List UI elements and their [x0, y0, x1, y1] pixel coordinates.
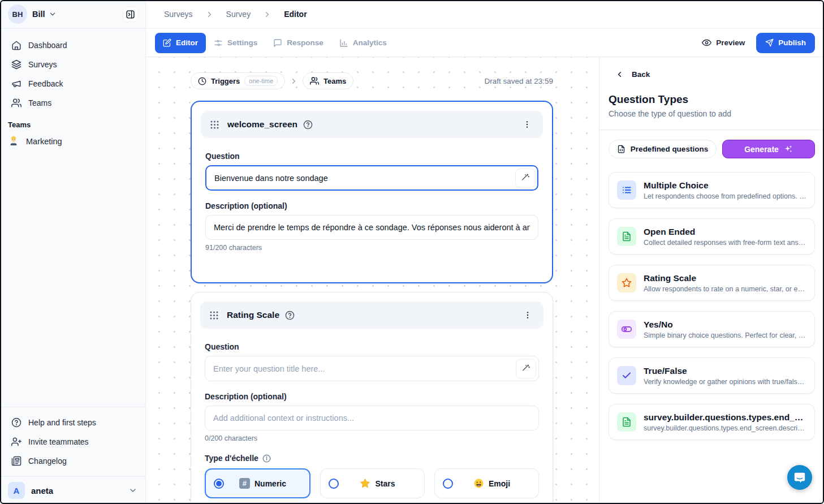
question-type-yes-no[interactable]: Yes/No Simple binary choice questions. P…: [609, 311, 815, 347]
workspace-switcher[interactable]: BH Bill: [0, 0, 145, 29]
drag-handle-icon[interactable]: [209, 311, 219, 320]
account-avatar: A: [8, 482, 25, 499]
question-type-multiple-choice[interactable]: Multiple Choice Let respondents choose f…: [609, 172, 815, 208]
radio-unselected[interactable]: [443, 479, 453, 489]
workspace-avatar: BH: [8, 5, 27, 24]
publish-button[interactable]: Publish: [756, 33, 815, 53]
sidebar-item-changelog[interactable]: Changelog: [6, 451, 140, 471]
question-label: Question: [205, 152, 538, 161]
sidebar-item-help[interactable]: Help and first steps: [6, 413, 140, 432]
editor-canvas[interactable]: Triggers one-time Teams Draft saved at 2…: [146, 57, 599, 504]
question-card-rating-scale[interactable]: Rating Scale Question Description (optio…: [191, 292, 553, 504]
question-type-open-ended[interactable]: Open Ended Collect detailed responses wi…: [609, 218, 815, 255]
kebab-menu-icon[interactable]: [520, 118, 534, 131]
star-icon: [617, 273, 636, 292]
sidebar-item-label: Teams: [28, 98, 51, 107]
chevron-right-icon: [263, 10, 271, 19]
scale-option-numeric[interactable]: # Numeric: [205, 468, 310, 498]
question-type-true-false[interactable]: True/False Verify knowledge or gather op…: [609, 357, 815, 394]
sidebar-item-label: Invite teammates: [28, 437, 89, 446]
newspaper-icon: [11, 456, 21, 466]
char-count: 91/200 characters: [205, 244, 538, 252]
question-type-end-screen[interactable]: survey.builder.questions.types.end_scr..…: [609, 404, 815, 440]
scale-type-label: Type d'échelle: [205, 454, 539, 463]
question-types-panel: Back Question Types Choose the type of q…: [599, 57, 824, 504]
preview-button[interactable]: Preview: [695, 33, 752, 53]
question-input[interactable]: [205, 165, 538, 191]
eye-icon: [702, 38, 711, 48]
technologist-emoji: [8, 136, 19, 147]
type-description: Let respondents choose from predefined o…: [644, 192, 806, 200]
magic-wand-icon: [521, 174, 530, 183]
breadcrumb-survey[interactable]: Survey: [226, 10, 251, 19]
description-input[interactable]: [205, 215, 538, 240]
teams-button[interactable]: Teams: [303, 72, 353, 89]
drag-handle-icon[interactable]: [210, 120, 219, 130]
question-type-rating-scale[interactable]: Rating Scale Allow respondents to rate o…: [609, 265, 815, 301]
chat-launcher-button[interactable]: [787, 465, 812, 490]
users-icon: [11, 98, 21, 108]
breadcrumb: Surveys Survey Editor: [146, 0, 824, 29]
pencil-square-icon: [163, 38, 171, 47]
scale-option-stars[interactable]: Stars: [320, 468, 425, 498]
predefined-questions-button[interactable]: Predefined questions: [609, 140, 717, 158]
team-item-label: Marketing: [26, 137, 62, 146]
sliders-icon: [214, 38, 223, 48]
type-title: Multiple Choice: [644, 180, 806, 191]
sidebar: BH Bill Dashboard Surveys Feedback Teams: [0, 0, 146, 504]
chevron-left-icon: [615, 70, 624, 79]
sidebar-collapse-button[interactable]: [123, 7, 138, 22]
sidebar-item-dashboard[interactable]: Dashboard: [6, 36, 140, 55]
info-circle-icon[interactable]: [262, 454, 271, 463]
sidebar-item-label: Help and first steps: [28, 418, 96, 427]
ai-rewrite-button[interactable]: [515, 168, 536, 188]
tab-response[interactable]: Response: [265, 33, 331, 53]
chevron-down-icon: [128, 486, 137, 495]
description-input[interactable]: [205, 406, 539, 430]
question-card-welcome-screen[interactable]: welcome_screen Question Description (opt…: [191, 101, 553, 283]
type-title: Open Ended: [644, 227, 806, 237]
sidebar-item-invite[interactable]: Invite teammates: [6, 432, 140, 451]
type-title: Yes/No: [644, 320, 806, 330]
bar-chart-icon: [339, 38, 348, 48]
publish-label: Publish: [778, 38, 806, 47]
scale-option-emoji[interactable]: Emoji: [434, 468, 539, 498]
star-emoji-icon: [360, 478, 370, 489]
card-title: Rating Scale: [227, 310, 279, 320]
card-header[interactable]: Rating Scale: [200, 301, 543, 329]
radio-unselected[interactable]: [329, 479, 339, 489]
generate-button[interactable]: Generate: [722, 140, 815, 158]
help-circle-icon[interactable]: [303, 120, 313, 130]
smiley-emoji-icon: [473, 478, 484, 489]
back-label: Back: [632, 70, 650, 79]
hash-keycap-icon: #: [239, 478, 250, 489]
card-header[interactable]: welcome_screen: [201, 111, 543, 138]
radio-selected[interactable]: [214, 479, 224, 489]
scale-option-label: Numeric: [254, 479, 286, 488]
tab-label: Settings: [227, 38, 257, 47]
users-icon: [310, 76, 319, 85]
kebab-menu-icon[interactable]: [521, 308, 534, 322]
panel-title: Question Types: [599, 79, 824, 106]
account-switcher[interactable]: A aneta: [0, 476, 145, 504]
user-plus-icon: [11, 437, 21, 447]
preview-label: Preview: [716, 38, 745, 47]
question-input[interactable]: [205, 356, 539, 381]
tab-settings[interactable]: Settings: [206, 33, 265, 53]
sidebar-item-feedback[interactable]: Feedback: [6, 74, 140, 93]
triggers-button[interactable]: Triggers one-time: [191, 72, 285, 89]
sidebar-item-teams[interactable]: Teams: [6, 93, 140, 113]
tab-label: Response: [287, 38, 323, 47]
breadcrumb-surveys[interactable]: Surveys: [164, 10, 193, 19]
help-circle-icon[interactable]: [285, 311, 295, 320]
sidebar-item-surveys[interactable]: Surveys: [6, 55, 140, 74]
sidebar-item-marketing[interactable]: Marketing: [0, 131, 145, 152]
question-label: Question: [205, 342, 539, 351]
tab-editor[interactable]: Editor: [155, 33, 206, 53]
back-button[interactable]: Back: [599, 57, 824, 79]
ai-rewrite-button[interactable]: [516, 359, 536, 378]
teams-section-label: Teams: [0, 113, 145, 131]
tab-analytics[interactable]: Analytics: [331, 33, 395, 53]
list-icon: [617, 180, 636, 200]
type-title: survey.builder.questions.types.end_scr..…: [644, 412, 806, 423]
